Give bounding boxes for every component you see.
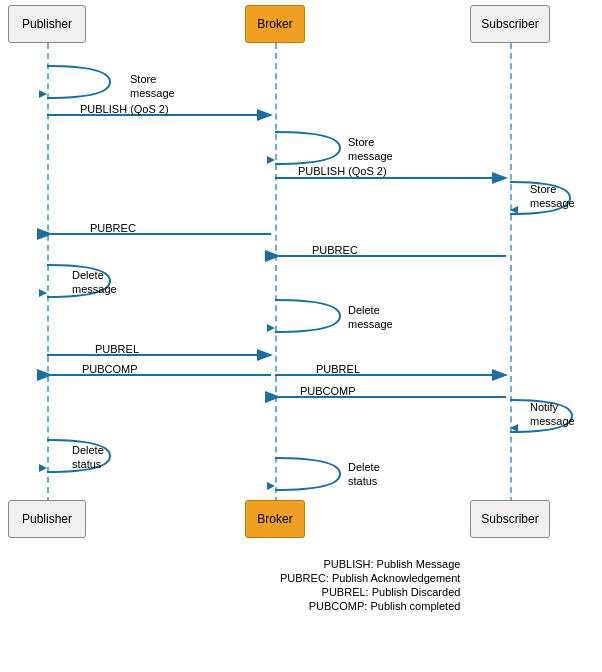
pub-delete-status-label: Deletestatus bbox=[72, 443, 104, 472]
broker-delete-loop bbox=[275, 300, 340, 332]
pub-store-label: Storemessage bbox=[130, 72, 175, 101]
publish-qos2-label: PUBLISH (QoS 2) bbox=[80, 103, 169, 115]
broker-delete-label: Deletemessage bbox=[348, 303, 393, 332]
pubrec-broker-label: PUBREC bbox=[312, 244, 358, 256]
broker-bottom-box: Broker bbox=[245, 500, 305, 538]
pubcomp-broker-label: PUBCOMP bbox=[82, 363, 138, 375]
pub-delete-label: Deletemessage bbox=[72, 268, 117, 297]
subscriber-top-label: Subscriber bbox=[481, 17, 538, 31]
broker-top-label: Broker bbox=[257, 17, 292, 31]
broker-store-loop bbox=[275, 132, 340, 164]
subscriber-top-box: Subscriber bbox=[470, 5, 550, 43]
subscriber-bottom-box: Subscriber bbox=[470, 500, 550, 538]
pubrel-broker-label: PUBREL bbox=[316, 363, 360, 375]
pubcomp-sub-label: PUBCOMP bbox=[300, 385, 356, 397]
publisher-bottom-label: Publisher bbox=[22, 512, 72, 526]
broker-top-box: Broker bbox=[245, 5, 305, 43]
broker-delete-status-loop bbox=[275, 458, 340, 490]
publish-qos2-broker-label: PUBLISH (QoS 2) bbox=[298, 165, 387, 177]
broker-delete-status-label: Deletestatus bbox=[348, 460, 380, 489]
pub-delete-arrow bbox=[39, 289, 47, 297]
pubrec-pub-label: PUBREC bbox=[90, 222, 136, 234]
pub-store-loop bbox=[47, 66, 110, 98]
publisher-top-box: Publisher bbox=[8, 5, 86, 43]
sub-notify-label: Notifymessage bbox=[530, 400, 575, 429]
sub-store-label: Storemessage bbox=[530, 182, 575, 211]
broker-store-arrow bbox=[267, 156, 275, 164]
publisher-top-label: Publisher bbox=[22, 17, 72, 31]
subscriber-bottom-label: Subscriber bbox=[481, 512, 538, 526]
legend-pubrel: PUBREL: Publish Discarded bbox=[280, 586, 460, 598]
legend-publish: PUBLISH: Publish Message bbox=[280, 558, 460, 570]
pub-store-arrow bbox=[39, 90, 47, 98]
publisher-bottom-box: Publisher bbox=[8, 500, 86, 538]
legend-pubcomp: PUBCOMP: Publish completed bbox=[280, 600, 460, 612]
broker-bottom-label: Broker bbox=[257, 512, 292, 526]
broker-store-label: Storemessage bbox=[348, 135, 393, 164]
legend-pubrec: PUBREC: Publish Acknowledgement bbox=[280, 572, 460, 584]
broker-delete-arrow bbox=[267, 324, 275, 332]
legend: PUBLISH: Publish Message PUBREC: Publish… bbox=[280, 558, 460, 612]
publisher-vline bbox=[47, 43, 49, 503]
sequence-diagram: Publisher Broker Subscriber Publisher Br… bbox=[0, 0, 602, 672]
subscriber-vline bbox=[510, 43, 512, 503]
broker-delete-status-arrow bbox=[267, 482, 275, 490]
pubrel-pub-label: PUBREL bbox=[95, 343, 139, 355]
pub-delete-status-arrow bbox=[39, 464, 47, 472]
broker-vline bbox=[275, 43, 277, 503]
